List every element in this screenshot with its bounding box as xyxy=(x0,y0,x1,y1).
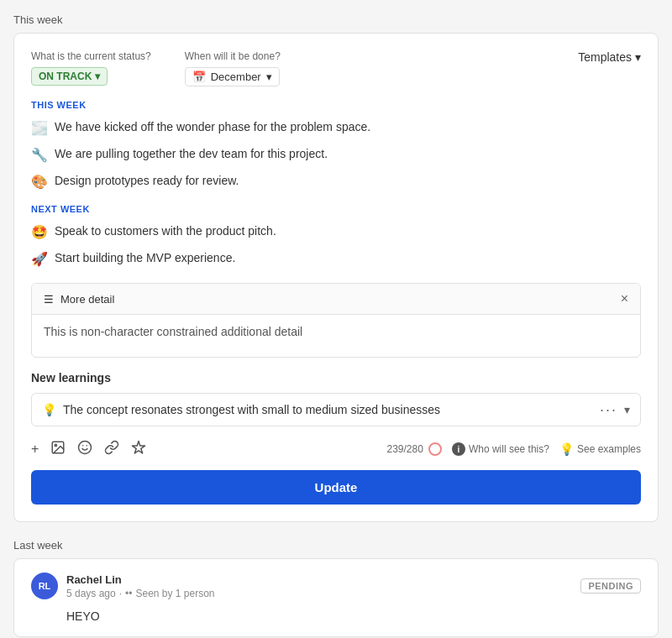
card-header: What is the current status? ON TRACK ▾ W… xyxy=(31,50,641,86)
dot-separator: · xyxy=(119,588,122,599)
date-field: When will it be done? 📅 December ▾ xyxy=(185,50,281,86)
date-value: December xyxy=(211,71,261,83)
item-text: Design prototypes ready for review. xyxy=(55,172,239,190)
svg-point-1 xyxy=(55,444,57,446)
see-examples-label: See examples xyxy=(577,443,641,455)
more-detail-section: ☰ More detail × This is non-character co… xyxy=(31,283,641,358)
learning-expand-button[interactable]: ▾ xyxy=(624,403,630,416)
author-name: Rachel Lin xyxy=(66,573,215,586)
update-item: 🚀 Start building the MVP experience. xyxy=(31,249,641,269)
this-week-card: What is the current status? ON TRACK ▾ W… xyxy=(13,33,659,522)
toolbar-right: 239/280 i Who will see this? 💡 See examp… xyxy=(387,442,641,456)
item-text: We have kicked off the wonder phase for … xyxy=(55,118,370,136)
more-detail-label: More detail xyxy=(60,293,114,306)
link-button[interactable] xyxy=(104,440,119,458)
avatar: RL xyxy=(31,573,58,599)
bulb-icon: 💡 xyxy=(559,442,574,456)
more-detail-body: This is non-character constrained additi… xyxy=(32,315,640,357)
update-item: 🎨 Design prototypes ready for review. xyxy=(31,172,641,192)
more-detail-text: This is non-character constrained additi… xyxy=(44,325,302,338)
more-detail-header: ☰ More detail × xyxy=(32,284,640,315)
date-chevron-icon: ▾ xyxy=(266,71,272,83)
status-value: ON TRACK xyxy=(39,71,92,82)
post-content: HEYO xyxy=(66,609,641,623)
info-icon: i xyxy=(452,442,465,456)
update-item: 🔧 We are pulling together the dev team f… xyxy=(31,145,641,165)
toolbar: + xyxy=(31,435,641,463)
seen-by-text: Seen by 1 person xyxy=(135,588,214,599)
this-week-items: 🌫️ We have kicked off the wonder phase f… xyxy=(31,118,641,192)
item-emoji: 🤩 xyxy=(31,222,48,243)
char-count-text: 239/280 xyxy=(387,443,423,455)
post-age: 5 days ago xyxy=(66,588,116,599)
templates-label: Templates xyxy=(578,50,632,64)
last-week-card: RL Rachel Lin 5 days ago · •• Seen by 1 … xyxy=(13,558,659,637)
image-button[interactable] xyxy=(50,440,66,458)
date-label: When will it be done? xyxy=(185,50,281,62)
next-week-heading: NEXT WEEK xyxy=(31,204,641,214)
learning-content: The concept resonates strongest with sma… xyxy=(63,403,440,416)
learning-item: 💡 The concept resonates strongest with s… xyxy=(31,393,641,426)
item-text: Speak to customers with the product pitc… xyxy=(55,222,276,240)
close-detail-button[interactable]: × xyxy=(621,292,628,306)
author-row: RL Rachel Lin 5 days ago · •• Seen by 1 … xyxy=(31,573,641,599)
who-will-see-button[interactable]: i Who will see this? xyxy=(452,442,549,456)
this-week-label: This week xyxy=(13,13,659,26)
dots-icon: •• xyxy=(125,588,132,599)
more-detail-icon: ☰ xyxy=(44,293,54,306)
item-emoji: 🚀 xyxy=(31,249,48,269)
this-week-heading: THIS WEEK xyxy=(31,100,641,110)
pending-badge: PENDING xyxy=(580,578,641,594)
author-meta: 5 days ago · •• Seen by 1 person xyxy=(66,588,215,599)
item-emoji: 🔧 xyxy=(31,145,48,165)
learning-actions: ··· ▾ xyxy=(600,402,630,417)
templates-chevron-icon: ▾ xyxy=(635,50,641,64)
item-text: Start building the MVP experience. xyxy=(55,249,235,267)
add-button[interactable]: + xyxy=(31,442,39,457)
calendar-icon: 📅 xyxy=(192,71,206,83)
svg-point-2 xyxy=(79,442,92,454)
update-item: 🤩 Speak to customers with the product pi… xyxy=(31,222,641,243)
learning-text: 💡 The concept resonates strongest with s… xyxy=(42,403,440,416)
card-header-left: What is the current status? ON TRACK ▾ W… xyxy=(31,50,281,86)
more-detail-title: ☰ More detail xyxy=(44,293,114,306)
item-text: We are pulling together the dev team for… xyxy=(55,145,328,163)
who-will-see-label: Who will see this? xyxy=(469,443,549,455)
char-count: 239/280 xyxy=(387,442,442,456)
learning-emoji: 💡 xyxy=(42,403,56,416)
item-emoji: 🌫️ xyxy=(31,118,48,139)
status-field: What is the current status? ON TRACK ▾ xyxy=(31,50,151,86)
emoji-button[interactable] xyxy=(77,440,92,458)
status-badge[interactable]: ON TRACK ▾ xyxy=(31,67,108,86)
date-badge[interactable]: 📅 December ▾ xyxy=(185,67,280,86)
learning-menu-button[interactable]: ··· xyxy=(600,402,617,417)
status-chevron-icon: ▾ xyxy=(95,71,100,82)
last-week-label: Last week xyxy=(13,539,659,552)
update-button[interactable]: Update xyxy=(31,470,641,505)
status-label: What is the current status? xyxy=(31,50,151,62)
item-emoji: 🎨 xyxy=(31,172,48,192)
templates-button[interactable]: Templates ▾ xyxy=(578,50,641,64)
char-progress-icon xyxy=(428,442,442,456)
update-item: 🌫️ We have kicked off the wonder phase f… xyxy=(31,118,641,139)
next-week-items: 🤩 Speak to customers with the product pi… xyxy=(31,222,641,269)
last-week-section: Last week RL Rachel Lin 5 days ago · •• … xyxy=(13,539,659,637)
toolbar-left: + xyxy=(31,440,146,458)
see-examples-button[interactable]: 💡 See examples xyxy=(559,442,641,456)
new-learnings-label: New learnings xyxy=(31,371,641,384)
sparkle-button[interactable] xyxy=(131,440,146,458)
author-details: Rachel Lin 5 days ago · •• Seen by 1 per… xyxy=(66,573,215,599)
author-info: RL Rachel Lin 5 days ago · •• Seen by 1 … xyxy=(31,573,215,599)
